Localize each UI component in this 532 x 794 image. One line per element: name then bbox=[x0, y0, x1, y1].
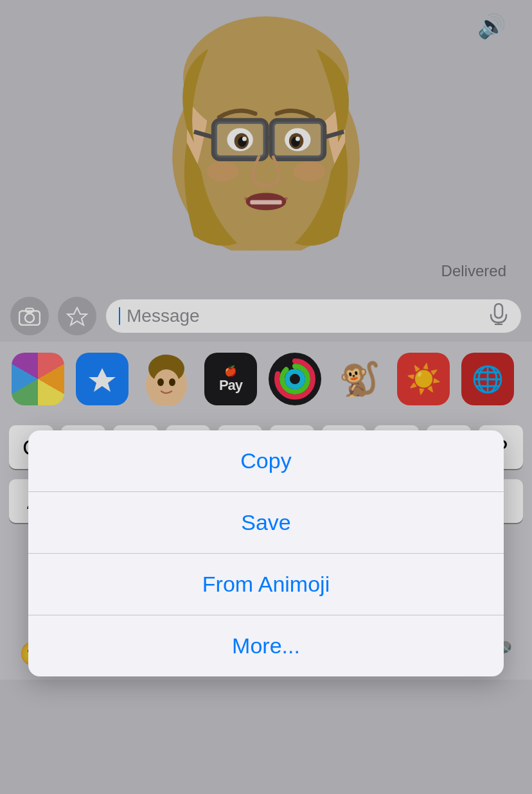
context-copy-button[interactable]: Copy bbox=[28, 430, 504, 492]
context-menu: Copy Save From Animoji More... bbox=[28, 430, 504, 676]
context-save-button[interactable]: Save bbox=[28, 492, 504, 554]
context-from-animoji-button[interactable]: From Animoji bbox=[28, 554, 504, 615]
context-more-button[interactable]: More... bbox=[28, 615, 504, 676]
